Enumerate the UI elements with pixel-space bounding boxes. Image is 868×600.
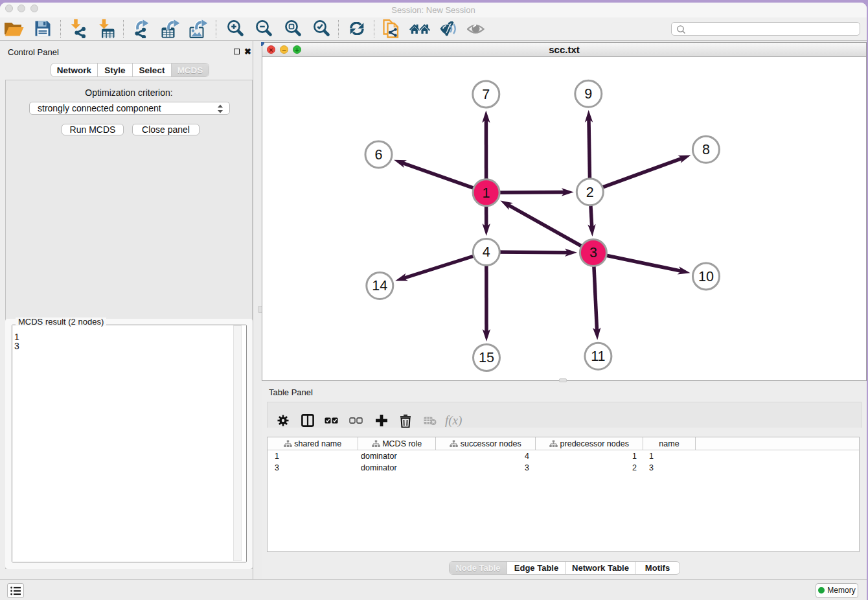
svg-text:9: 9 [584, 86, 592, 102]
svg-text:15: 15 [479, 350, 494, 365]
svg-text:10: 10 [698, 269, 714, 284]
svg-text:4: 4 [483, 244, 490, 260]
svg-text:1: 1 [483, 185, 490, 201]
svg-text:7: 7 [482, 87, 490, 102]
svg-text:6: 6 [375, 147, 383, 163]
svg-text:3: 3 [589, 245, 597, 260]
svg-text:2: 2 [586, 185, 594, 200]
svg-text:8: 8 [702, 142, 710, 157]
svg-text:14: 14 [372, 278, 387, 294]
svg-text:11: 11 [591, 349, 605, 364]
